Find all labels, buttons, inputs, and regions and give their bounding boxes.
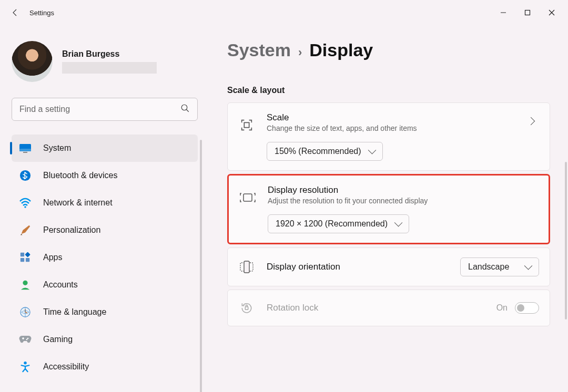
minimize-button[interactable] [491,4,515,21]
user-profile[interactable]: Brian Burgess [12,25,198,98]
accessibility-icon [19,360,32,373]
gamepad-icon [19,333,32,346]
user-name: Brian Burgess [62,49,198,59]
resolution-title: Display resolution [268,185,538,195]
svg-rect-24 [245,307,248,310]
resolution-card[interactable]: Display resolution Adjust the resolution… [227,174,550,244]
scale-title: Scale [267,112,511,123]
sidebar-item-system[interactable]: System [12,135,198,162]
content-scrollbar[interactable] [565,162,567,319]
svg-point-4 [181,105,187,110]
sidebar-item-bluetooth[interactable]: Bluetooth & devices [12,162,198,189]
scale-expand-button[interactable] [522,112,539,129]
scale-icon [238,117,255,133]
bluetooth-icon [19,169,32,182]
sidebar-item-label: Network & internet [43,198,113,208]
breadcrumb: System › Display [227,40,550,60]
chevron-right-icon: › [298,46,302,59]
sidebar-item-time[interactable]: Time & language [12,298,198,326]
orientation-card[interactable]: Display orientation Landscape [227,247,550,286]
search-input[interactable] [19,105,180,114]
sidebar-item-accessibility[interactable]: Accessibility [12,353,198,380]
svg-rect-7 [19,149,31,151]
resolution-dropdown[interactable]: 1920 × 1200 (Recommended) [268,214,409,233]
svg-rect-8 [23,152,27,153]
breadcrumb-parent[interactable]: System [227,40,291,60]
svg-rect-11 [21,253,24,256]
sidebar-item-accounts[interactable]: Accounts [12,271,198,298]
svg-rect-1 [525,11,530,15]
sidebar-item-label: Accounts [43,280,78,290]
sidebar-item-personalization[interactable]: Personalization [12,216,198,244]
window-controls [491,4,564,21]
svg-point-19 [24,362,27,365]
accounts-icon [19,278,32,291]
sidebar-item-label: Gaming [43,335,73,344]
sidebar-item-label: Apps [43,253,62,262]
sidebar-item-label: Accessibility [43,362,89,372]
rotation-lock-title: Rotation lock [267,303,485,313]
orientation-icon [238,259,255,275]
section-header: Scale & layout [227,86,550,95]
resolution-subtitle: Adjust the resolution to fit your connec… [268,197,538,205]
avatar [12,41,53,82]
user-email-redacted [62,62,157,74]
orientation-dropdown[interactable]: Landscape [460,257,539,276]
svg-rect-14 [26,258,29,262]
close-button[interactable] [540,4,564,21]
sidebar-item-label: Personalization [43,225,100,235]
app-title: Settings [29,9,54,17]
clock-globe-icon [19,306,32,318]
sidebar-item-gaming[interactable]: Gaming [12,326,198,353]
resolution-icon [239,189,256,206]
sidebar-item-label: Time & language [43,307,106,317]
svg-line-5 [186,109,189,112]
page-title: Display [309,40,373,60]
user-text: Brian Burgess [62,49,198,74]
maximize-button[interactable] [515,4,540,21]
scale-dropdown[interactable]: 150% (Recommended) [267,142,383,161]
rotation-lock-icon [238,300,255,316]
rotation-lock-toggle [515,302,539,314]
svg-rect-23 [244,261,249,273]
nav: System Bluetooth & devices Network & int… [12,135,198,380]
sidebar-item-label: Bluetooth & devices [43,171,117,180]
scale-value: 150% (Recommended) [275,147,361,156]
svg-point-18 [26,339,28,341]
sidebar-item-label: System [43,143,71,153]
scale-card[interactable]: Scale Change the size of text, apps, and… [227,102,550,171]
titlebar: Settings [0,0,568,25]
wifi-icon [19,197,32,209]
search-box[interactable] [12,98,198,121]
paintbrush-icon [19,224,32,236]
svg-rect-20 [244,122,249,127]
sidebar: Brian Burgess System Bluetoo [0,25,209,392]
back-button[interactable] [4,2,25,23]
svg-rect-13 [21,258,24,262]
sidebar-item-apps[interactable]: Apps [12,244,198,271]
resolution-value: 1920 × 1200 (Recommended) [276,219,388,229]
orientation-value: Landscape [468,262,509,272]
scale-subtitle: Change the size of text, apps, and other… [267,124,511,132]
rotation-state-label: On [496,303,508,313]
search-icon [180,104,190,115]
svg-rect-21 [244,194,252,201]
svg-point-17 [27,338,29,339]
orientation-title: Display orientation [267,262,449,272]
sidebar-scrollbar[interactable] [200,140,202,392]
svg-point-15 [23,281,27,285]
rotation-lock-card: Rotation lock On [227,290,550,326]
apps-icon [19,251,32,264]
svg-point-10 [24,206,26,208]
sidebar-item-network[interactable]: Network & internet [12,189,198,216]
content: System › Display Scale & layout Scale Ch… [209,25,568,392]
system-icon [19,142,32,154]
svg-rect-12 [25,252,30,257]
